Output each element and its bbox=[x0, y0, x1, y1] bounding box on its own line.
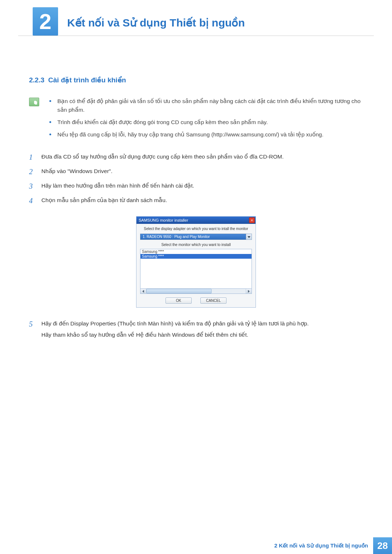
installer-screenshot: SAMSUNG monitor installer × Select the d… bbox=[29, 216, 363, 308]
ok-button[interactable]: OK bbox=[166, 297, 192, 304]
step: 1 Đưa đĩa CD sổ tay hướng dẫn sử dụng đư… bbox=[29, 152, 363, 163]
note-block: Bạn có thể đặt độ phân giải và tần số tố… bbox=[29, 97, 363, 143]
note-item: Nếu tệp đã cung cấp bị lỗi, hãy truy cập… bbox=[49, 130, 363, 139]
chevron-down-icon[interactable] bbox=[246, 234, 252, 240]
footer-chapter-label: 2 Kết nối và Sử dụng Thiết bị nguồn bbox=[269, 537, 373, 554]
installer-dialog: SAMSUNG monitor installer × Select the d… bbox=[136, 216, 256, 308]
step-text: Đưa đĩa CD sổ tay hướng dẫn sử dụng được… bbox=[41, 152, 363, 163]
step: 5 Hãy đi đến Display Properties (Thuộc t… bbox=[29, 319, 363, 339]
adapter-select[interactable]: 1. RADEON 9550 : Plug and Play Monitor bbox=[140, 234, 252, 240]
note-icon bbox=[29, 98, 39, 106]
page-content: 2.2.3 Cài đặt trình điều khiển Bạn có th… bbox=[0, 36, 392, 339]
close-icon[interactable]: × bbox=[249, 217, 255, 223]
page-number: 28 bbox=[373, 537, 392, 554]
note-item: Bạn có thể đặt độ phân giải và tần số tố… bbox=[49, 97, 363, 114]
scroll-right-icon[interactable] bbox=[246, 289, 252, 294]
installer-adapter-label: Select the display adapter on which you … bbox=[140, 227, 252, 231]
installer-body: Select the display adapter on which you … bbox=[136, 224, 256, 307]
list-item-selected[interactable]: Samsung **** bbox=[140, 254, 252, 259]
installer-monitor-label: Select the monitor which you want to ins… bbox=[140, 243, 252, 247]
step-number: 5 bbox=[29, 319, 41, 339]
list-item[interactable]: Samsung **** bbox=[140, 249, 252, 254]
section-heading: 2.2.3 Cài đặt trình điều khiển bbox=[29, 76, 363, 84]
scroll-left-icon[interactable] bbox=[140, 289, 146, 294]
note-item: Trình điều khiển cài đặt được đóng gói t… bbox=[49, 118, 363, 127]
installer-title: SAMSUNG monitor installer bbox=[139, 218, 188, 222]
steps-list-cont: 5 Hãy đi đến Display Properties (Thuộc t… bbox=[29, 319, 363, 339]
step-text: Hãy đi đến Display Properties (Thuộc tín… bbox=[41, 319, 363, 339]
step: 2 Nhấp vào "Windows Driver". bbox=[29, 166, 363, 177]
scrollbar-track[interactable] bbox=[146, 289, 246, 294]
chapter-number-box: 2 bbox=[33, 7, 58, 36]
step-extra-text: Hãy tham khảo sổ tay hướng dẫn về Hệ điề… bbox=[41, 331, 363, 339]
step-number: 3 bbox=[29, 181, 41, 192]
step-text: Chọn mẫu sản phẩm của bạn từ danh sách m… bbox=[41, 195, 363, 206]
monitor-listbox[interactable]: Samsung **** Samsung **** bbox=[140, 249, 252, 289]
section-number: 2.2.3 bbox=[29, 76, 44, 84]
adapter-select-value: 1. RADEON 9550 : Plug and Play Monitor bbox=[140, 234, 246, 240]
page-header: 2 Kết nối và Sử dụng Thiết bị nguồn bbox=[18, 0, 374, 36]
step-number: 2 bbox=[29, 166, 41, 177]
horizontal-scrollbar[interactable] bbox=[140, 289, 252, 294]
step: 4 Chọn mẫu sản phẩm của bạn từ danh sách… bbox=[29, 195, 363, 206]
page-footer: 2 Kết nối và Sử dụng Thiết bị nguồn 28 bbox=[269, 537, 392, 554]
chapter-title: Kết nối và Sử dụng Thiết bị nguồn bbox=[58, 7, 245, 29]
step-text: Nhấp vào "Windows Driver". bbox=[41, 166, 363, 177]
section-title: Cài đặt trình điều khiển bbox=[48, 76, 126, 84]
step-number: 1 bbox=[29, 152, 41, 163]
steps-list: 1 Đưa đĩa CD sổ tay hướng dẫn sử dụng đư… bbox=[29, 152, 363, 206]
cancel-button[interactable]: CANCEL bbox=[200, 297, 226, 304]
step-text: Hãy làm theo hướng dẫn trên màn hình để … bbox=[41, 181, 363, 192]
scrollbar-thumb[interactable] bbox=[146, 289, 212, 294]
installer-titlebar: SAMSUNG monitor installer × bbox=[136, 217, 256, 224]
note-list: Bạn có thể đặt độ phân giải và tần số tố… bbox=[49, 97, 363, 143]
step: 3 Hãy làm theo hướng dẫn trên màn hình đ… bbox=[29, 181, 363, 192]
step-number: 4 bbox=[29, 195, 41, 206]
installer-button-row: OK CANCEL bbox=[140, 297, 252, 304]
